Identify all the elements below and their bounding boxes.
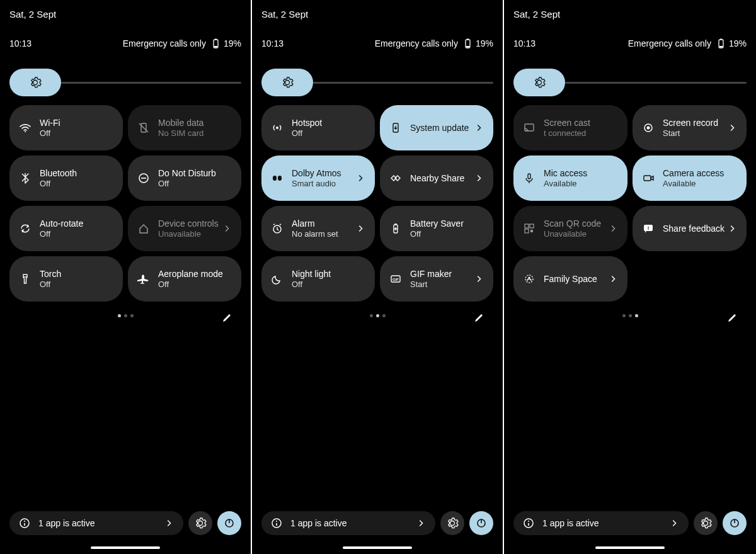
tile-title: Mobile data: [158, 118, 203, 128]
qs-tile-bluetooth[interactable]: Bluetooth Off: [9, 155, 123, 201]
hotspot-icon: [270, 121, 284, 135]
nav-handle[interactable]: [343, 546, 412, 549]
brightness-knob[interactable]: [9, 69, 61, 96]
family-icon: [522, 272, 536, 286]
nav-handle[interactable]: [91, 546, 160, 549]
status-time: 10:13: [9, 38, 32, 48]
settings-button[interactable]: [694, 511, 718, 535]
qs-tile-dolby[interactable]: Dolby Atmos Smart audio: [261, 155, 375, 201]
feedback-icon: [641, 222, 655, 235]
qs-tile-feedback[interactable]: Share feedback: [633, 206, 747, 251]
status-date: Sat, 2 Sept: [504, 0, 756, 20]
tile-sub: Off: [292, 280, 331, 290]
qs-tile-dnd[interactable]: Do Not Disturb Off: [128, 155, 241, 201]
tile-title: Bluetooth: [40, 168, 77, 179]
tile-title: GIF maker: [410, 269, 452, 280]
brightness-slider[interactable]: [252, 69, 503, 96]
brightness-track[interactable]: [313, 82, 493, 84]
active-apps-label: 1 app is active: [290, 518, 347, 528]
qs-tile-rotate[interactable]: Auto-rotate Off: [9, 206, 123, 251]
power-icon: [223, 517, 236, 529]
settings-button[interactable]: [188, 511, 212, 535]
gear-icon: [533, 76, 546, 89]
tile-title: Battery Saver: [410, 218, 464, 229]
chevron-right-icon: [474, 123, 484, 133]
qs-tile-alarm[interactable]: Alarm No alarm set: [261, 206, 375, 251]
qs-tile-qr[interactable]: Scan QR code Unavailable: [513, 206, 627, 251]
tile-sub: Available: [544, 179, 587, 189]
settings-button[interactable]: [440, 511, 464, 535]
page-dot: [622, 314, 626, 317]
tile-title: Auto-rotate: [40, 218, 83, 229]
torch-icon: [18, 272, 32, 286]
qs-tile-mobile-data[interactable]: Mobile data No SIM card: [128, 105, 241, 150]
tile-title: Family Space: [544, 274, 597, 285]
mobile-data-icon: [137, 121, 151, 135]
chevron-right-icon: [728, 223, 738, 234]
page-indicator: [252, 314, 503, 317]
qs-tile-record[interactable]: Screen record Start: [633, 105, 747, 150]
chevron-right-icon: [728, 123, 738, 133]
dnd-icon: [137, 171, 151, 185]
quick-settings-panel-1: Sat, 2 Sept 10:13 Emergency calls only 1…: [0, 0, 252, 554]
wifi-icon: [18, 121, 32, 135]
chevron-right-icon: [222, 223, 232, 234]
power-button[interactable]: [469, 511, 493, 535]
page-dot: [124, 314, 127, 317]
page-dot: [370, 314, 373, 317]
battery-icon: [210, 37, 222, 50]
brightness-knob[interactable]: [261, 69, 313, 96]
active-apps-button[interactable]: 1 app is active: [261, 511, 435, 535]
qs-tile-family[interactable]: Family Space: [513, 256, 627, 302]
qs-tile-nearby[interactable]: Nearby Share: [380, 155, 493, 201]
qs-tile-plane[interactable]: Aeroplane mode Off: [128, 256, 241, 302]
active-apps-button[interactable]: 1 app is active: [513, 511, 689, 535]
brightness-slider[interactable]: [0, 69, 251, 96]
status-date: Sat, 2 Sept: [252, 0, 503, 20]
power-button[interactable]: [723, 511, 747, 535]
tile-title: Dolby Atmos: [292, 168, 341, 179]
brightness-knob[interactable]: [513, 69, 565, 96]
tile-title: Camera access: [663, 168, 724, 179]
qs-tile-update[interactable]: System update: [380, 105, 493, 150]
tile-sub: No SIM card: [158, 128, 203, 138]
qs-tile-camera[interactable]: Camera access Available: [633, 155, 747, 201]
qs-tile-night[interactable]: Night light Off: [261, 256, 375, 302]
qs-tile-mic[interactable]: Mic access Available: [513, 155, 627, 201]
info-icon: [270, 517, 283, 529]
brightness-slider[interactable]: [504, 69, 756, 96]
qs-tile-wifi[interactable]: Wi-Fi Off: [9, 105, 123, 150]
qs-tile-gif[interactable]: GIF maker Start: [380, 256, 493, 302]
qs-tile-home[interactable]: Device controls Unavailable: [128, 206, 241, 251]
tiles-grid: Wi-Fi Off Mobile data No SIM card Blueto…: [0, 96, 251, 302]
active-apps-button[interactable]: 1 app is active: [9, 511, 183, 535]
nav-handle[interactable]: [595, 546, 665, 549]
battery-percent: 19%: [476, 38, 493, 48]
emergency-label: Emergency calls only: [123, 38, 206, 48]
qs-tile-torch[interactable]: Torch Off: [9, 256, 123, 302]
chevron-right-icon: [474, 173, 484, 183]
tile-sub: Unavailable: [544, 229, 601, 239]
qs-tile-hotspot[interactable]: Hotspot Off: [261, 105, 375, 150]
tile-title: Nearby Share: [410, 173, 464, 184]
page-dot: [629, 314, 632, 317]
qs-tile-cast[interactable]: Screen cast t connected: [513, 105, 627, 150]
rotate-icon: [18, 222, 32, 235]
brightness-track[interactable]: [61, 82, 241, 84]
edit-tiles-button[interactable]: [472, 312, 485, 324]
battery-icon: [462, 37, 474, 50]
page-dot: [382, 314, 386, 317]
tiles-grid: Hotspot Off System update Dolby Atmos Sm…: [252, 96, 503, 302]
tiles-grid: Screen cast t connected Screen record St…: [504, 96, 756, 302]
brightness-track[interactable]: [565, 82, 747, 84]
active-apps-label: 1 app is active: [542, 518, 599, 528]
qs-tile-battery-saver[interactable]: Battery Saver Off: [380, 206, 493, 251]
tile-sub: Available: [663, 179, 724, 189]
power-button[interactable]: [217, 511, 241, 535]
edit-tiles-button[interactable]: [726, 312, 738, 324]
edit-tiles-button[interactable]: [220, 312, 233, 324]
dolby-icon: [270, 171, 284, 185]
tile-title: Device controls: [158, 218, 219, 229]
gear-icon: [29, 76, 42, 89]
battery-percent: 19%: [729, 38, 747, 48]
